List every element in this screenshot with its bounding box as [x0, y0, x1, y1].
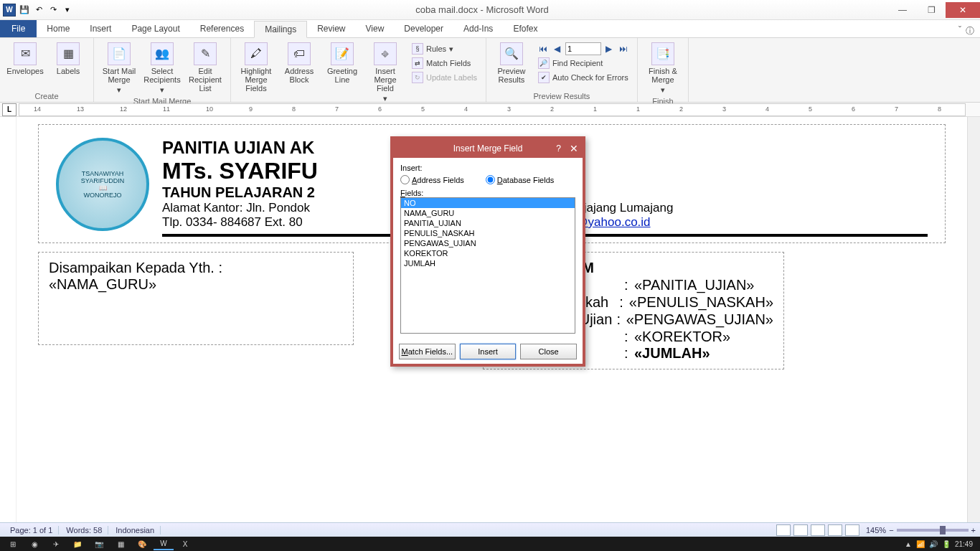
- start-mail-merge-button[interactable]: 📄Start Mail Merge▾: [98, 41, 140, 95]
- zoom-in-button[interactable]: +: [971, 526, 976, 534]
- highlight-icon: 🖍: [245, 42, 268, 65]
- undo-icon[interactable]: ↶: [33, 4, 44, 16]
- insert-merge-field-dialog: Insert Merge Field ? ✕ Insert: Address F…: [390, 136, 585, 367]
- address-fields-radio[interactable]: Address Fields: [400, 175, 464, 184]
- tab-home[interactable]: Home: [37, 20, 80, 37]
- quick-access-toolbar: W 💾 ↶ ↷ ▾: [0, 4, 76, 17]
- prev-record-button[interactable]: ◀: [551, 42, 564, 55]
- vertical-scrollbar[interactable]: [967, 117, 980, 522]
- title-bar: W 💾 ↶ ↷ ▾ coba mail.docx - Microsoft Wor…: [0, 0, 980, 20]
- match-icon: ⇄: [412, 57, 423, 69]
- start-button[interactable]: ⊞: [3, 537, 23, 550]
- view-web-button[interactable]: [811, 524, 825, 536]
- tab-addins[interactable]: Add-Ins: [453, 20, 503, 37]
- labels-button[interactable]: ▦Labels: [47, 41, 89, 77]
- rules-button[interactable]: §Rules ▾: [410, 42, 479, 55]
- next-record-button[interactable]: ▶: [603, 42, 616, 55]
- tab-selector[interactable]: L: [2, 103, 17, 116]
- insert-merge-field-button[interactable]: ⎆Insert Merge Field▾: [364, 41, 406, 104]
- close-dialog-button[interactable]: Close: [520, 344, 577, 359]
- preview-results-button[interactable]: 🔍Preview Results: [491, 41, 532, 85]
- vertical-ruler[interactable]: [2, 117, 17, 522]
- tray-network-icon[interactable]: 📶: [916, 540, 925, 548]
- view-draft-button[interactable]: [845, 524, 859, 536]
- taskbar-chrome-icon[interactable]: ◉: [24, 537, 44, 550]
- taskbar-word-icon[interactable]: W: [154, 537, 174, 550]
- insert-label: Insert:: [400, 164, 575, 172]
- dialog-close-icon[interactable]: ✕: [570, 143, 578, 154]
- edit-recipient-list-button[interactable]: ✎Edit Recipient List: [184, 41, 226, 94]
- tab-page-layout[interactable]: Page Layout: [121, 20, 189, 37]
- field-option[interactable]: NAMA_GURU: [401, 208, 575, 218]
- database-fields-radio[interactable]: Database Fields: [486, 175, 555, 184]
- taskbar-excel-icon[interactable]: X: [175, 537, 195, 550]
- tab-review[interactable]: Review: [307, 20, 355, 37]
- status-language[interactable]: Indonesian: [110, 526, 161, 534]
- field-option[interactable]: PANITIA_UJIAN: [401, 218, 575, 228]
- recipient-box: Disampaikan Kepada Yth. : «NAMA_GURU»: [38, 252, 354, 345]
- dialog-help-icon[interactable]: ?: [556, 143, 561, 154]
- greeting-line-button[interactable]: 📝Greeting Line: [321, 41, 363, 85]
- tray-volume-icon[interactable]: 🔊: [929, 540, 938, 548]
- insert-dialog-button[interactable]: Insert: [460, 344, 517, 359]
- tray-up-icon[interactable]: ▲: [905, 540, 912, 548]
- envelopes-button[interactable]: ✉Envelopes: [4, 41, 46, 77]
- taskbar-instagram-icon[interactable]: 📷: [89, 537, 109, 550]
- zoom-value[interactable]: 145%: [866, 526, 886, 534]
- horizontal-ruler[interactable]: 141312111098765432112345678: [19, 103, 966, 116]
- tab-view[interactable]: View: [356, 20, 395, 37]
- close-button[interactable]: ✕: [946, 2, 980, 18]
- tab-insert[interactable]: Insert: [80, 20, 121, 37]
- taskbar-explorer-icon[interactable]: 📁: [67, 537, 88, 550]
- view-print-layout-button[interactable]: [776, 524, 791, 536]
- record-input[interactable]: [565, 42, 601, 55]
- status-page[interactable]: Page: 1 of 1: [4, 526, 59, 534]
- tab-developer[interactable]: Developer: [394, 20, 453, 37]
- tab-file[interactable]: File: [0, 20, 37, 37]
- taskbar-telegram-icon[interactable]: ✈: [46, 537, 66, 550]
- tab-references[interactable]: References: [190, 20, 254, 37]
- first-record-button[interactable]: ⏮: [537, 42, 550, 55]
- match-fields-button[interactable]: ⇄Match Fields: [410, 57, 479, 70]
- status-words[interactable]: Words: 58: [60, 526, 108, 534]
- minimize-button[interactable]: —: [888, 2, 917, 18]
- tab-efofex[interactable]: Efofex: [503, 20, 547, 37]
- school-logo: TSANAWIYAHSYARIFUDDIN📖WONOREJO: [56, 138, 149, 231]
- save-icon[interactable]: 💾: [19, 4, 30, 16]
- qat-dropdown-icon[interactable]: ▾: [62, 4, 73, 16]
- address-block-button[interactable]: 🏷Address Block: [278, 41, 320, 85]
- update-labels-button: ↻Update Labels: [410, 71, 479, 84]
- check-icon: ✔: [538, 72, 550, 83]
- field-option[interactable]: KOREKTOR: [401, 248, 575, 258]
- taskbar: ⊞ ◉ ✈ 📁 📷 ▦ 🎨 W X ▲ 📶 🔊 🔋 21:49: [0, 537, 980, 551]
- group-preview-results: 🔍Preview Results ⏮ ◀ ▶ ⏭ 🔎Find Recipient…: [486, 38, 638, 102]
- redo-icon[interactable]: ↷: [47, 4, 59, 16]
- field-option[interactable]: PENGAWAS_UJIAN: [401, 238, 575, 248]
- zoom-slider[interactable]: [897, 529, 969, 532]
- field-option[interactable]: NO: [401, 198, 575, 208]
- field-option[interactable]: JUMLAH: [401, 258, 575, 268]
- zoom-out-button[interactable]: −: [889, 526, 893, 534]
- auto-check-button[interactable]: ✔Auto Check for Errors: [537, 71, 630, 84]
- find-recipient-button[interactable]: 🔎Find Recipient: [537, 57, 630, 70]
- taskbar-paint-icon[interactable]: 🎨: [132, 537, 152, 550]
- taskbar-app-icon[interactable]: ▦: [110, 537, 131, 550]
- dialog-titlebar[interactable]: Insert Merge Field ? ✕: [393, 139, 583, 158]
- tray-clock[interactable]: 21:49: [955, 540, 973, 548]
- field-option[interactable]: PENULIS_NASKAH: [401, 228, 575, 238]
- maximize-button[interactable]: ❐: [917, 2, 946, 18]
- ribbon-minimize-icon[interactable]: ˇ: [958, 25, 961, 37]
- select-recipients-button[interactable]: 👥Select Recipients▾: [141, 41, 183, 95]
- finish-merge-button[interactable]: 📑Finish & Merge▾: [642, 41, 684, 95]
- match-fields-dialog-button[interactable]: Match Fields...: [399, 344, 456, 359]
- view-fullscreen-button[interactable]: [793, 524, 808, 536]
- tray-battery-icon[interactable]: 🔋: [942, 540, 951, 548]
- fields-listbox[interactable]: NONAMA_GURUPANITIA_UJIANPENULIS_NASKAHPE…: [400, 197, 575, 334]
- fields-label: Fields:: [400, 189, 575, 197]
- status-bar: Page: 1 of 1 Words: 58 Indonesian 145% −…: [0, 522, 980, 537]
- help-icon[interactable]: ⓘ: [966, 25, 974, 37]
- last-record-button[interactable]: ⏭: [617, 42, 630, 55]
- highlight-fields-button[interactable]: 🖍Highlight Merge Fields: [235, 41, 277, 94]
- view-outline-button[interactable]: [828, 524, 842, 536]
- tab-mailings[interactable]: Mailings: [254, 21, 307, 38]
